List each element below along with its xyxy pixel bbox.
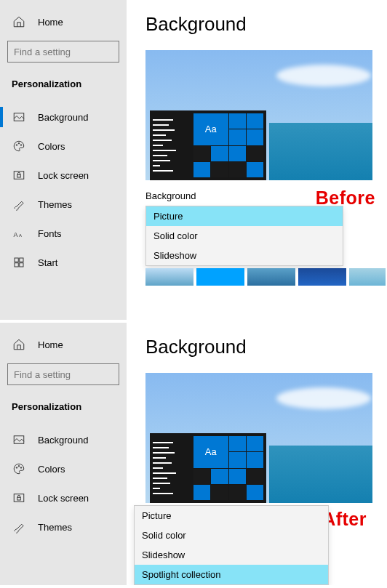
- svg-point-18: [18, 466, 20, 467]
- svg-point-3: [16, 145, 17, 146]
- page-title: Background: [145, 336, 387, 358]
- sidebar-item-label: Themes: [38, 522, 72, 533]
- preview-tile-big: Aa: [193, 113, 228, 145]
- svg-text:A: A: [19, 233, 22, 238]
- preview-start-overlay: Aa: [150, 110, 266, 180]
- dropdown-option-solid[interactable]: Solid color: [135, 525, 328, 545]
- home-icon: [12, 15, 26, 29]
- palette-icon: [12, 462, 26, 476]
- section-title: Personalization: [0, 392, 127, 425]
- picture-icon: [12, 432, 26, 447]
- svg-text:A: A: [14, 231, 18, 238]
- sidebar-item-label: Colors: [38, 141, 65, 152]
- search-wrap: [0, 359, 127, 392]
- sidebar-item-fonts[interactable]: AA Fonts: [0, 219, 127, 248]
- dropdown-option-slideshow[interactable]: Slideshow: [135, 545, 328, 565]
- sidebar-item-lockscreen[interactable]: Lock screen: [0, 483, 127, 512]
- section-title: Personalization: [0, 70, 127, 102]
- sidebar-item-label: Lock screen: [38, 170, 89, 181]
- dropdown-option-slideshow[interactable]: Slideshow: [146, 246, 343, 265]
- preview-sea: [269, 446, 372, 503]
- sidebar-item-label: Start: [38, 257, 57, 268]
- home-button[interactable]: Home: [0, 7, 127, 36]
- svg-point-4: [18, 143, 20, 145]
- svg-rect-10: [15, 258, 18, 262]
- thumbnail[interactable]: [349, 268, 386, 286]
- thumbnail[interactable]: [298, 268, 346, 286]
- home-icon: [12, 337, 26, 352]
- search-field[interactable]: [14, 47, 136, 57]
- preview-lines: [153, 119, 176, 172]
- preview-sea: [269, 123, 372, 180]
- brush-icon: [12, 520, 26, 534]
- sidebar-item-label: Fonts: [38, 228, 62, 239]
- before-label: Before: [316, 188, 375, 209]
- svg-rect-12: [15, 263, 18, 267]
- sidebar-item-colors[interactable]: Colors: [0, 132, 127, 161]
- svg-point-19: [20, 467, 22, 469]
- svg-point-17: [16, 467, 17, 469]
- sidebar-item-start[interactable]: Start: [0, 248, 127, 277]
- search-wrap: [0, 36, 127, 70]
- sidebar: Home Personalization Background Colors L…: [0, 0, 127, 320]
- fonts-icon: AA: [12, 226, 26, 241]
- home-label: Home: [38, 339, 63, 350]
- brush-icon: [12, 197, 26, 212]
- sidebar-item-themes[interactable]: Themes: [0, 512, 127, 541]
- before-panel: Home Personalization Background Colors L…: [0, 0, 387, 323]
- sidebar-item-label: Colors: [38, 464, 65, 475]
- dropdown-option-picture[interactable]: Picture: [146, 206, 343, 226]
- sidebar-item-label: Themes: [38, 199, 72, 210]
- sidebar-item-background[interactable]: Background: [0, 425, 127, 454]
- picture-thumbnails: [145, 268, 386, 286]
- sidebar-item-background[interactable]: Background: [0, 102, 127, 132]
- preview-lines: [153, 442, 176, 494]
- svg-point-5: [20, 145, 22, 146]
- home-button[interactable]: Home: [0, 330, 127, 359]
- preview-start-overlay: Aa: [150, 433, 266, 503]
- picture-icon: [12, 110, 26, 124]
- after-label: After: [322, 509, 367, 530]
- thumbnail[interactable]: [196, 268, 244, 286]
- start-icon: [12, 255, 26, 270]
- lock-screen-icon: [12, 491, 26, 505]
- preview-tiles: Aa: [193, 436, 263, 500]
- svg-rect-7: [17, 174, 21, 177]
- page-title: Background: [145, 13, 387, 36]
- background-dropdown[interactable]: Picture Solid color Slideshow: [145, 206, 343, 266]
- search-field[interactable]: [14, 369, 136, 380]
- search-input[interactable]: [7, 363, 119, 385]
- sidebar-item-colors[interactable]: Colors: [0, 454, 127, 483]
- svg-rect-21: [17, 497, 21, 500]
- after-panel: Home Personalization Background Colors L…: [0, 323, 387, 585]
- palette-icon: [12, 139, 26, 153]
- desktop-preview: Aa: [145, 50, 372, 180]
- svg-rect-13: [20, 263, 23, 267]
- sidebar-item-label: Lock screen: [38, 493, 89, 504]
- desktop-preview: Aa: [145, 373, 372, 503]
- dropdown-option-picture[interactable]: Picture: [135, 506, 328, 525]
- sidebar-item-label: Background: [38, 435, 88, 446]
- preview-tile-big: Aa: [193, 436, 228, 468]
- dropdown-option-spotlight[interactable]: Spotlight collection: [135, 565, 328, 584]
- sidebar-item-label: Background: [38, 112, 88, 123]
- preview-cloud: [276, 65, 371, 86]
- background-dropdown[interactable]: Picture Solid color Slideshow Spotlight …: [134, 505, 329, 585]
- lock-screen-icon: [12, 168, 26, 182]
- main-content: Background Aa B: [127, 0, 387, 320]
- thumbnail[interactable]: [247, 268, 295, 286]
- sidebar-item-themes[interactable]: Themes: [0, 190, 127, 219]
- sidebar-item-lockscreen[interactable]: Lock screen: [0, 161, 127, 190]
- thumbnail[interactable]: [145, 268, 193, 286]
- sidebar: Home Personalization Background Colors L…: [0, 323, 127, 585]
- search-input[interactable]: [7, 41, 119, 63]
- home-label: Home: [38, 17, 63, 28]
- preview-cloud: [276, 387, 371, 409]
- main-content: Background Aa A: [127, 323, 387, 585]
- dropdown-option-solid[interactable]: Solid color: [146, 226, 343, 246]
- svg-rect-11: [20, 258, 23, 262]
- preview-tiles: Aa: [193, 113, 263, 177]
